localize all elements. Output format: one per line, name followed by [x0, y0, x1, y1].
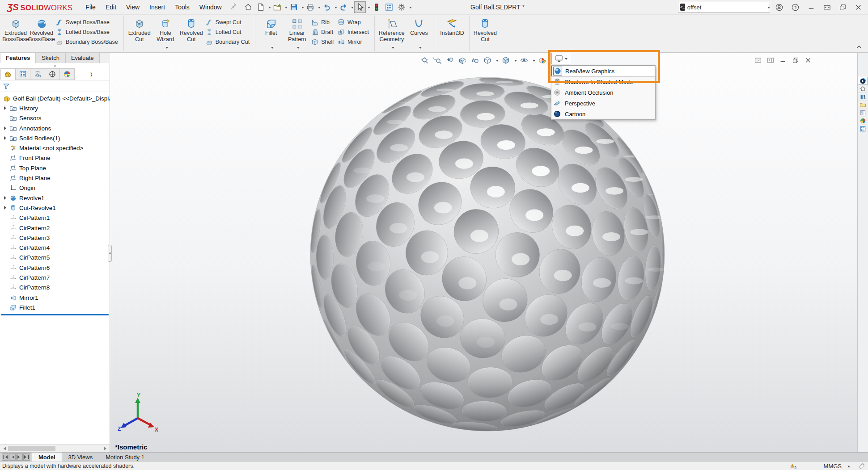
tree-item-cut-revolve1[interactable]: Cut-Revolve1	[0, 203, 110, 213]
tab-features[interactable]: Features	[0, 53, 36, 63]
section-view-button[interactable]	[457, 55, 468, 66]
expand-arrow-icon[interactable]	[2, 196, 9, 200]
minimize-button[interactable]	[806, 2, 817, 13]
design-library-button[interactable]	[858, 93, 868, 101]
intersect-button[interactable]: Intersect	[336, 27, 372, 37]
tree-item-sensors[interactable]: Sensors	[0, 113, 110, 123]
tree-item-cirpattern8[interactable]: CirPattern8	[0, 283, 110, 293]
swept-boss-base-button[interactable]: Swept Boss/Base	[55, 17, 121, 27]
curves-caret-icon[interactable]	[419, 47, 422, 50]
scroll-left-icon[interactable]	[0, 445, 7, 452]
doc-close-button[interactable]	[803, 55, 813, 65]
rebuild-button[interactable]	[371, 1, 382, 13]
menu-item-shadows-in-shaded-mode[interactable]: Shadows In Shaded Mode	[551, 76, 655, 87]
menu-window[interactable]: Window	[195, 0, 227, 14]
open-button[interactable]	[271, 1, 283, 13]
hide-show-caret-icon[interactable]	[533, 60, 535, 63]
display-manager-tab[interactable]	[59, 68, 75, 80]
tree-item-revolve1[interactable]: Revolve1	[0, 193, 110, 203]
menu-edit[interactable]: Edit	[101, 0, 121, 14]
tag-icon[interactable]	[858, 462, 865, 470]
display-style-button[interactable]	[500, 55, 511, 66]
tree-item-origin[interactable]: Origin	[0, 183, 110, 193]
edit-appearance-button[interactable]	[537, 55, 548, 66]
menu-tools[interactable]: Tools	[170, 0, 195, 14]
hole-wizard-caret-icon[interactable]	[165, 47, 168, 50]
tree-horizontal-scrollbar[interactable]	[0, 444, 110, 452]
shell-button[interactable]: Shell	[310, 37, 336, 47]
print-button[interactable]	[305, 1, 316, 13]
tree-item-material[interactable]: Material <not specified>	[0, 143, 110, 153]
scroll-right-icon[interactable]	[102, 445, 110, 452]
save-caret-icon[interactable]	[301, 7, 304, 10]
scrollbar-thumb[interactable]	[8, 446, 55, 451]
menu-item-perspective[interactable]: Perspective	[551, 98, 655, 109]
3dexperience-button[interactable]	[858, 77, 868, 85]
rollback-bar[interactable]	[1, 314, 109, 315]
open-caret-icon[interactable]	[285, 7, 288, 10]
expand-arrow-icon[interactable]	[2, 126, 9, 130]
dynamic-annotation-views-button[interactable]: A	[470, 55, 480, 66]
expand-arrow-icon[interactable]	[2, 136, 9, 140]
appearances-scenes-button[interactable]	[858, 117, 868, 125]
tree-item-cirpattern4[interactable]: CirPattern4	[0, 243, 110, 252]
zoom-to-fit-button[interactable]	[419, 55, 430, 66]
menu-insert[interactable]: Insert	[144, 0, 170, 14]
curves-button[interactable]: Curves	[406, 17, 432, 51]
file-explorer-button[interactable]	[858, 101, 868, 109]
doc-restore-button[interactable]	[790, 55, 801, 65]
last-study-button[interactable]	[23, 453, 30, 461]
tree-filter-row[interactable]	[0, 80, 110, 92]
reference-geometry-caret-icon[interactable]	[392, 47, 394, 50]
search-input[interactable]	[687, 4, 766, 11]
tab-model[interactable]: Model	[32, 453, 62, 462]
menu-item-realview-graphics[interactable]: RealView Graphics	[551, 66, 655, 76]
custom-properties-button[interactable]	[858, 125, 868, 133]
new-caret-icon[interactable]	[268, 7, 271, 10]
previous-view-button[interactable]	[445, 55, 455, 66]
zoom-to-area-button[interactable]	[432, 55, 443, 66]
linear-pattern-button[interactable]: LinearPattern	[284, 17, 310, 51]
login-button[interactable]	[774, 2, 784, 13]
property-manager-tab[interactable]	[15, 68, 30, 80]
units-selector[interactable]: MMGS	[824, 463, 842, 470]
view-palette-button[interactable]	[858, 109, 868, 117]
lofted-cut-button[interactable]: Lofted Cut	[204, 27, 252, 37]
tree-item-cirpattern7[interactable]: CirPattern7	[0, 273, 110, 282]
wrap-button[interactable]: Wrap	[336, 17, 372, 27]
linear-pattern-caret-icon[interactable]	[297, 47, 300, 50]
boundary-boss-base-button[interactable]: Boundary Boss/Base	[55, 37, 121, 47]
tab-sketch[interactable]: Sketch	[36, 53, 65, 63]
revolved-boss-base-button[interactable]: RevolvedBoss/Base	[29, 17, 55, 51]
boundary-cut-button[interactable]: Boundary Cut	[204, 37, 252, 47]
redo-button[interactable]	[338, 1, 349, 13]
tree-item-right-plane[interactable]: Right Plane	[0, 173, 110, 183]
collapse-right-pane-button[interactable]	[765, 55, 776, 65]
save-button[interactable]	[288, 1, 300, 13]
options-button[interactable]	[396, 1, 407, 13]
undo-button[interactable]	[321, 1, 333, 13]
search-caret-icon[interactable]	[767, 7, 770, 10]
graphics-viewport[interactable]: A Y Z X *Isometric	[110, 53, 857, 452]
expand-manager-pane-icon[interactable]: 〉	[87, 68, 96, 80]
view-settings-button[interactable]	[551, 53, 570, 64]
first-study-button[interactable]	[2, 453, 8, 461]
panel-handle[interactable]	[49, 65, 61, 67]
mirror-button[interactable]: Mirror	[336, 37, 372, 47]
tree-item-front-plane[interactable]: Front Plane	[0, 153, 110, 163]
previous-study-button[interactable]	[9, 453, 16, 461]
draft-button[interactable]: Draft	[310, 27, 336, 37]
golf-ball-model[interactable]	[110, 53, 857, 452]
collapse-ribbon-chevron-icon[interactable]	[855, 44, 863, 50]
extruded-boss-base-button[interactable]: ExtrudedBoss/Base	[3, 17, 29, 51]
tree-item-cirpattern3[interactable]: CirPattern3	[0, 233, 110, 243]
tab-3d-views[interactable]: 3D Views	[62, 453, 100, 462]
restore-button[interactable]	[837, 2, 848, 13]
view-orientation-caret-icon[interactable]	[496, 60, 499, 63]
home-button[interactable]	[242, 1, 254, 13]
tab-evaluate[interactable]: Evaluate	[65, 53, 100, 63]
print-caret-icon[interactable]	[318, 7, 321, 10]
redo-caret-icon[interactable]	[351, 7, 354, 10]
instant3d-button[interactable]: Instant3D	[438, 17, 466, 51]
tree-item-solid-bodies[interactable]: Solid Bodies(1)	[0, 133, 110, 143]
